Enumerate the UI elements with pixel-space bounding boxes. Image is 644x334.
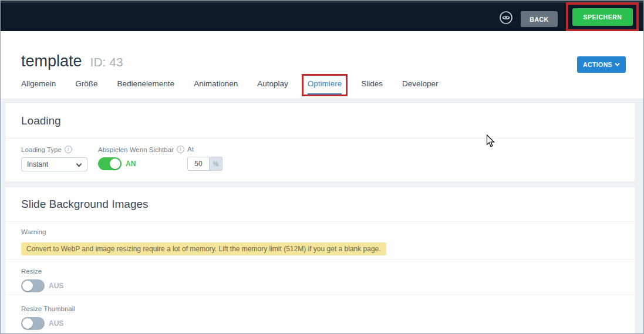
- page-title: template: [21, 52, 82, 70]
- loading-type-field: Loading Type Instant: [21, 146, 87, 171]
- toggle-knob: [110, 158, 120, 169]
- info-icon[interactable]: [177, 146, 184, 153]
- tab-groesse[interactable]: Größe: [75, 79, 97, 95]
- loading-type-select[interactable]: Instant: [21, 157, 87, 171]
- background-images-section: Slide Background Images Warning Convert …: [5, 187, 635, 334]
- slider-settings-screen: BACK SPEICHERN template ID: 43 ACTIONS A…: [0, 0, 644, 334]
- play-when-visible-toggle[interactable]: [98, 157, 122, 170]
- tab-optimiere[interactable]: Optimiere: [308, 79, 342, 95]
- at-label: At: [187, 146, 222, 153]
- tab-bar: Allgemein Größe Bedienelemente Animation…: [21, 79, 439, 95]
- play-when-visible-label: Abspielen Wenn Sichtbar: [98, 146, 184, 153]
- slider-id-label: ID: 43: [90, 55, 123, 69]
- toggle-state-label: AN: [126, 160, 136, 168]
- tab-autoplay[interactable]: Autoplay: [257, 79, 288, 95]
- background-section-heading: Slide Background Images: [5, 187, 635, 222]
- tab-bedienelemente[interactable]: Bedienelemente: [117, 79, 175, 95]
- tab-optimiere-label: Optimiere: [308, 79, 342, 88]
- warning-message: Convert to WebP and image resizing requi…: [21, 242, 386, 255]
- resize-label: Resize: [21, 268, 635, 275]
- loading-type-label-text: Loading Type: [21, 146, 62, 153]
- toggle-state-label: AUS: [49, 282, 63, 290]
- tab-animationen[interactable]: Animationen: [194, 79, 238, 95]
- warning-row: Warning Convert to WebP and image resizi…: [5, 222, 635, 259]
- loading-type-value: Instant: [27, 160, 48, 168]
- play-when-visible-field: Abspielen Wenn Sichtbar AN: [98, 146, 184, 170]
- toggle-state-label: AUS: [49, 319, 63, 328]
- chevron-down-icon: [76, 161, 82, 167]
- tab-allgemein[interactable]: Allgemein: [21, 79, 56, 95]
- resize-thumbnail-row: Resize Thumbnail AUS: [5, 295, 635, 334]
- resize-toggle[interactable]: [21, 279, 45, 292]
- resize-thumbnail-label: Resize Thumbnail: [21, 305, 635, 312]
- loading-controls-row: Loading Type Instant Abspielen Wenn Sich…: [5, 139, 635, 181]
- percent-unit-badge: %: [210, 157, 222, 171]
- loading-section: Loading Loading Type Instant Abspielen W…: [5, 103, 635, 181]
- actions-button-label: ACTIONS: [583, 61, 612, 68]
- warning-label: Warning: [21, 228, 635, 235]
- title-row: template ID: 43: [21, 52, 123, 70]
- toggle-knob: [22, 281, 33, 291]
- resize-thumbnail-toggle[interactable]: [21, 317, 45, 330]
- toggle-knob: [22, 318, 33, 329]
- save-button[interactable]: SPEICHERN: [572, 8, 633, 26]
- tab-developer[interactable]: Developer: [402, 79, 439, 95]
- tab-slides[interactable]: Slides: [361, 79, 383, 95]
- header: template ID: 43 ACTIONS Allgemein Größe …: [1, 31, 643, 99]
- preview-eye-icon[interactable]: [499, 11, 513, 25]
- info-icon[interactable]: [65, 146, 72, 153]
- at-field: At %: [187, 146, 222, 171]
- at-input[interactable]: [187, 157, 210, 171]
- actions-button[interactable]: ACTIONS: [577, 56, 626, 73]
- back-button[interactable]: BACK: [521, 11, 558, 27]
- chevron-down-icon: [615, 61, 619, 66]
- play-when-visible-label-text: Abspielen Wenn Sichtbar: [98, 146, 174, 153]
- at-label-text: At: [187, 146, 194, 153]
- loading-type-label: Loading Type: [21, 146, 87, 153]
- topbar: BACK SPEICHERN: [1, 1, 643, 31]
- loading-section-heading: Loading: [5, 103, 635, 139]
- resize-row: Resize AUS: [5, 259, 635, 295]
